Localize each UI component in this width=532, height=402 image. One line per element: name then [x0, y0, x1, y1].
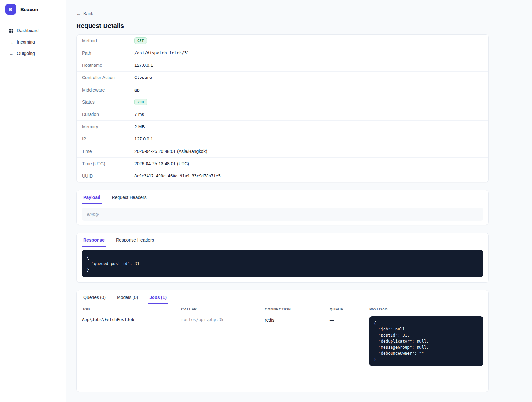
logo-letter: B — [9, 7, 12, 12]
column-header-queue: QUEUE — [330, 304, 369, 314]
jobs-table: JOB CALLER CONNECTION QUEUE PAYLOAD App\… — [77, 304, 488, 392]
detail-row-uuid: UUID 8c9c3417-490c-460a-91a9-33c9d78b7fe… — [77, 170, 488, 182]
detail-label: Middleware — [77, 87, 134, 92]
detail-label: Time (UTC) — [77, 161, 134, 166]
tab-response[interactable]: Response — [82, 233, 106, 247]
tab-request-headers[interactable]: Request Headers — [111, 190, 148, 204]
tab-response-headers[interactable]: Response Headers — [115, 233, 155, 247]
response-tabs: Response Response Headers — [77, 233, 488, 247]
sidebar-item-outgoing[interactable]: ← Outgoing — [0, 48, 66, 59]
sidebar: B Beacon Dashboard → Incoming ← Outgoing — [0, 0, 66, 402]
sidebar-nav: Dashboard → Incoming ← Outgoing — [0, 19, 66, 59]
detail-value: 2 MB — [134, 124, 145, 129]
detail-row-duration: Duration 7 ms — [77, 108, 488, 121]
detail-value: 7 ms — [134, 112, 144, 117]
method-badge: GET — [134, 37, 147, 44]
payload-card: Payload Request Headers empty — [76, 190, 489, 225]
response-card: Response Response Headers { "queued_post… — [76, 233, 489, 283]
column-header-connection: CONNECTION — [265, 304, 330, 314]
job-payload-code-block: { "job": null, "postId": 31, "deduplicat… — [369, 316, 483, 366]
detail-value: 2026-04-25 13:48:01 (UTC) — [134, 161, 189, 166]
arrow-left-icon: ← — [9, 51, 14, 56]
detail-label: Hostname — [77, 63, 134, 68]
response-code-block: { "queued_post_id": 31 } — [82, 250, 483, 277]
detail-value: Closure — [134, 75, 152, 80]
detail-row-ip: IP 127.0.0.1 — [77, 133, 488, 146]
job-name: App\Jobs\FetchPostJob — [82, 314, 181, 366]
arrow-right-icon: → — [9, 39, 14, 45]
detail-value: 127.0.0.1 — [134, 136, 153, 141]
tab-models[interactable]: Models (0) — [116, 290, 139, 304]
detail-label: IP — [77, 136, 134, 141]
status-badge: 200 — [134, 99, 147, 105]
detail-value: api — [134, 87, 140, 92]
detail-value: 127.0.0.1 — [134, 63, 153, 68]
sidebar-item-label: Incoming — [17, 39, 35, 44]
sidebar-item-label: Outgoing — [17, 51, 35, 56]
detail-label: Time — [77, 149, 134, 154]
column-header-payload: PAYLOAD — [369, 304, 483, 314]
detail-row-method: Method GET — [77, 35, 488, 47]
detail-row-middleware: Middleware api — [77, 84, 488, 96]
sidebar-item-label: Dashboard — [17, 28, 39, 33]
detail-row-time-utc: Time (UTC) 2026-04-25 13:48:01 (UTC) — [77, 158, 488, 170]
detail-row-time: Time 2026-04-25 20:48:01 (Asia/Bangkok) — [77, 145, 488, 158]
job-queue: — — [330, 314, 369, 366]
detail-row-controller-action: Controller Action Closure — [77, 72, 488, 84]
dashboard-grid-icon — [9, 29, 14, 33]
brand[interactable]: B Beacon — [0, 0, 66, 19]
tab-queries[interactable]: Queries (0) — [82, 290, 107, 304]
back-link[interactable]: ← Back — [76, 11, 93, 16]
detail-label: Path — [77, 51, 134, 56]
detail-label: Controller Action — [77, 75, 134, 80]
detail-row-path: Path /api/dispatch-fetch/31 — [77, 47, 488, 59]
payload-empty-state: empty — [82, 208, 483, 221]
tab-payload[interactable]: Payload — [82, 190, 102, 204]
detail-label: Method — [77, 38, 134, 43]
sidebar-item-incoming[interactable]: → Incoming — [0, 36, 66, 48]
detail-label: UUID — [77, 174, 134, 179]
brand-name: Beacon — [20, 7, 38, 12]
column-header-job: JOB — [82, 304, 181, 314]
page-title: Request Details — [76, 22, 489, 30]
detail-label: Duration — [77, 112, 134, 117]
detail-row-hostname: Hostname 127.0.0.1 — [77, 59, 488, 72]
back-label: Back — [83, 11, 93, 16]
main-content: ← Back Request Details Method GET Path /… — [67, 0, 532, 392]
tab-jobs[interactable]: Jobs (1) — [148, 290, 168, 304]
detail-row-memory: Memory 2 MB — [77, 121, 488, 133]
request-details-card: Method GET Path /api/dispatch-fetch/31 H… — [76, 34, 489, 182]
detail-label: Memory — [77, 124, 134, 129]
beacon-logo-icon: B — [5, 4, 16, 15]
app-root: B Beacon Dashboard → Incoming ← Outgoing… — [0, 0, 532, 392]
activity-tabs: Queries (0) Models (0) Jobs (1) — [77, 290, 488, 304]
column-header-caller: CALLER — [181, 304, 265, 314]
detail-value: 8c9c3417-490c-460a-91a9-33c9d78b7fe5 — [134, 174, 221, 178]
activity-card: Queries (0) Models (0) Jobs (1) JOB CALL… — [76, 290, 489, 392]
detail-label: Status — [77, 99, 134, 105]
detail-row-status: Status 200 — [77, 96, 488, 108]
sidebar-item-dashboard[interactable]: Dashboard — [0, 25, 66, 36]
payload-tabs: Payload Request Headers — [77, 190, 488, 204]
jobs-table-header: JOB CALLER CONNECTION QUEUE PAYLOAD — [82, 304, 483, 314]
job-connection: redis — [265, 314, 330, 366]
job-table-row: App\Jobs\FetchPostJob routes/api.php:35 … — [82, 314, 483, 392]
back-arrow-icon: ← — [76, 11, 81, 16]
detail-value: 2026-04-25 20:48:01 (Asia/Bangkok) — [134, 149, 207, 154]
job-caller: routes/api.php:35 — [181, 314, 265, 366]
detail-value: /api/dispatch-fetch/31 — [134, 51, 189, 55]
